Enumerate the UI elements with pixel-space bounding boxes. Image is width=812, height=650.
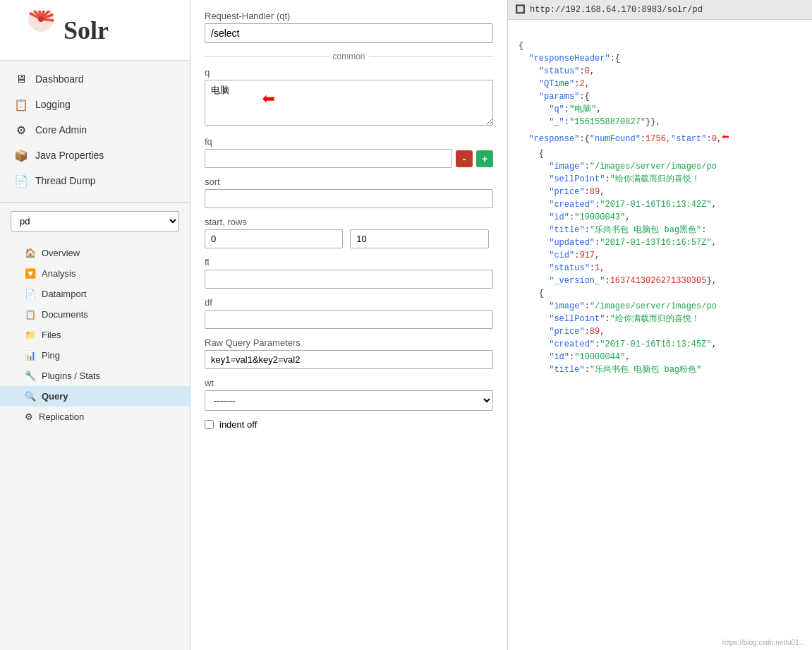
sidebar-item-thread-dump[interactable]: 📄 Thread Dump: [0, 168, 190, 193]
result-url: http://192.168.64.170:8983/solr/pd: [530, 5, 703, 15]
fl-input[interactable]: [205, 270, 493, 289]
common-section-title: common: [205, 52, 493, 61]
core-selector: pd: [0, 205, 190, 237]
sidebar-item-files-label: Files: [42, 330, 61, 340]
sidebar-item-logging[interactable]: 📋 Logging: [0, 92, 190, 117]
q-input-container: 电脑 ➡: [205, 80, 493, 128]
svg-point-8: [38, 16, 44, 22]
sidebar-item-plugins-stats[interactable]: 🔧 Plugins / Stats: [0, 366, 190, 386]
sidebar-item-core-admin-label: Core Admin: [35, 124, 87, 136]
sidebar-item-plugins-stats-label: Plugins / Stats: [42, 371, 100, 381]
query-icon: 🔍: [25, 391, 36, 402]
indent-label: indent off: [219, 419, 257, 430]
logging-icon: 📋: [14, 97, 28, 112]
thread-dump-icon: 📄: [14, 174, 28, 188]
sidebar-item-dataimport[interactable]: 📄 Dataimport: [0, 284, 190, 304]
solr-logo-icon: [14, 11, 56, 49]
sort-group: sort: [205, 176, 493, 208]
request-handler-label: Request-Handler (qt): [205, 11, 493, 21]
fq-add-button[interactable]: +: [476, 150, 493, 167]
sidebar-item-analysis[interactable]: 🔽 Analysis: [0, 263, 190, 284]
sidebar: Solr 🖥 Dashboard 📋 Logging ⚙ Core Admin …: [0, 0, 190, 650]
df-group: df: [205, 297, 493, 329]
sidebar-item-logging-label: Logging: [35, 99, 71, 110]
logo-text: Solr: [63, 16, 109, 45]
sidebar-item-query[interactable]: 🔍 Query ⬅: [0, 386, 190, 407]
sidebar-item-documents[interactable]: 📋 Documents: [0, 304, 190, 325]
raw-query-input[interactable]: [205, 350, 493, 369]
start-rows-inputs: [205, 229, 493, 248]
main-content: Request-Handler (qt) common q 电脑 ➡ fq -: [190, 0, 812, 650]
sidebar-divider: [0, 202, 190, 203]
sidebar-item-documents-label: Documents: [42, 309, 88, 320]
sidebar-item-overview-label: Overview: [42, 248, 80, 258]
url-icon: 🔲: [515, 4, 526, 15]
fl-group: fl: [205, 257, 493, 289]
dashboard-icon: 🖥: [14, 72, 28, 86]
replication-icon: ⚙: [25, 411, 33, 422]
sidebar-item-java-properties[interactable]: 📦 Java Properties: [0, 143, 190, 168]
fl-label: fl: [205, 257, 493, 267]
fq-label: fq: [205, 136, 493, 147]
main-nav: 🖥 Dashboard 📋 Logging ⚙ Core Admin 📦 Jav…: [0, 61, 190, 199]
watermark: https://blog.csdn.net/u01...: [722, 639, 805, 646]
raw-query-group: Raw Query Parameters: [205, 337, 493, 369]
java-properties-icon: 📦: [14, 148, 28, 162]
json-result: { "responseHeader":{ "status":0, "QTime"…: [508, 20, 812, 396]
fq-input[interactable]: [205, 149, 452, 168]
start-rows-group: start, rows: [205, 217, 493, 248]
sidebar-item-dashboard[interactable]: 🖥 Dashboard: [0, 66, 190, 92]
sidebar-item-replication-label: Replication: [39, 411, 84, 422]
analysis-icon: 🔽: [25, 268, 36, 279]
sidebar-item-replication[interactable]: ⚙ Replication: [0, 407, 190, 427]
wt-select[interactable]: ------- json xml csv python ruby php: [205, 390, 493, 411]
indent-checkbox[interactable]: [205, 420, 214, 429]
ping-icon: 📊: [25, 350, 36, 361]
wt-label: wt: [205, 378, 493, 388]
core-select[interactable]: pd: [11, 211, 179, 231]
sort-input[interactable]: [205, 189, 493, 208]
raw-query-label: Raw Query Parameters: [205, 337, 493, 348]
fq-remove-button[interactable]: -: [456, 150, 473, 167]
sidebar-item-overview[interactable]: 🏠 Overview: [0, 243, 190, 263]
result-url-bar: 🔲 http://192.168.64.170:8983/solr/pd: [508, 0, 812, 20]
q-group: q 电脑 ➡: [205, 67, 493, 128]
sidebar-item-query-label: Query: [42, 391, 68, 402]
content-area: Request-Handler (qt) common q 电脑 ➡ fq -: [190, 0, 812, 650]
fq-group: fq - +: [205, 136, 493, 168]
sidebar-item-files[interactable]: 📁 Files: [0, 325, 190, 345]
fq-row: - +: [205, 149, 493, 168]
request-handler-input[interactable]: [205, 23, 493, 43]
query-panel: Request-Handler (qt) common q 电脑 ➡ fq -: [190, 0, 508, 650]
sub-nav: 🏠 Overview 🔽 Analysis 📄 Dataimport 📋 Doc…: [0, 237, 190, 433]
df-input[interactable]: [205, 310, 493, 329]
sidebar-item-core-admin[interactable]: ⚙ Core Admin: [0, 117, 190, 143]
sort-label: sort: [205, 176, 493, 187]
start-rows-label: start, rows: [205, 217, 493, 227]
logo-area: Solr: [0, 0, 190, 61]
sidebar-item-thread-dump-label: Thread Dump: [35, 175, 96, 186]
sidebar-item-java-properties-label: Java Properties: [35, 150, 104, 161]
common-section-label: common: [333, 52, 365, 61]
sidebar-item-dashboard-label: Dashboard: [35, 73, 84, 85]
result-panel: 🔲 http://192.168.64.170:8983/solr/pd { "…: [508, 0, 812, 650]
indent-row: indent off: [205, 419, 493, 430]
documents-icon: 📋: [25, 309, 36, 320]
q-label: q: [205, 67, 493, 78]
sidebar-item-analysis-label: Analysis: [42, 268, 75, 279]
files-icon: 📁: [25, 330, 36, 340]
sidebar-item-ping[interactable]: 📊 Ping: [0, 345, 190, 366]
core-admin-icon: ⚙: [14, 123, 28, 137]
rows-input[interactable]: [350, 229, 488, 248]
request-handler-group: Request-Handler (qt): [205, 11, 493, 43]
dataimport-icon: 📄: [25, 289, 36, 299]
start-input[interactable]: [205, 229, 343, 248]
plugins-icon: 🔧: [25, 371, 36, 381]
wt-group: wt ------- json xml csv python ruby php: [205, 378, 493, 411]
df-label: df: [205, 297, 493, 308]
sidebar-item-ping-label: Ping: [42, 350, 60, 361]
sidebar-item-dataimport-label: Dataimport: [42, 289, 87, 299]
overview-icon: 🏠: [25, 248, 36, 258]
q-textarea[interactable]: 电脑: [205, 80, 493, 126]
